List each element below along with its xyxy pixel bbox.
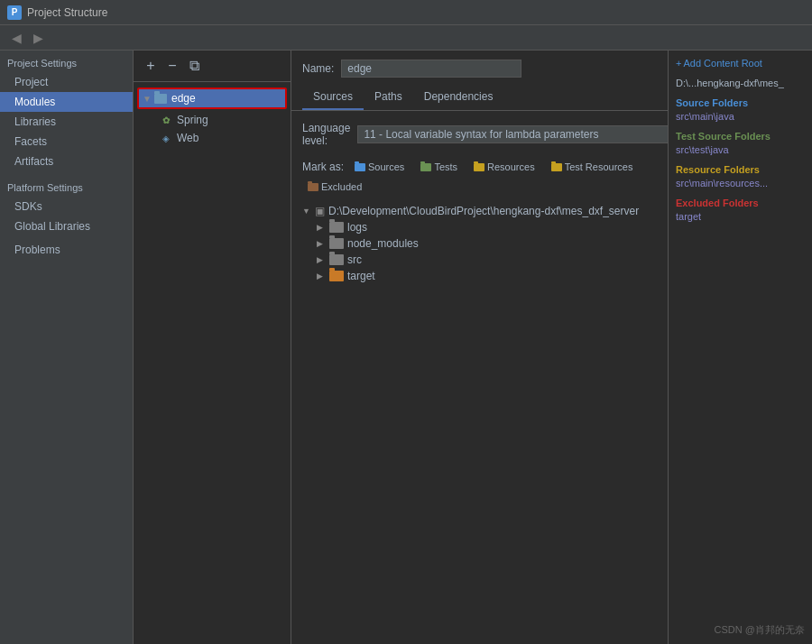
module-name: edge <box>171 92 196 105</box>
language-level-select-wrapper: 11 - Local variable syntax for lambda pa… <box>357 125 668 143</box>
tab-sources[interactable]: Sources <box>302 85 364 110</box>
test-resources-folder-icon <box>551 163 562 171</box>
mark-test-resources-button[interactable]: Test Resources <box>546 160 639 174</box>
chevron-down-icon: ▼ <box>302 207 315 216</box>
module-name-input[interactable] <box>341 60 521 78</box>
resource-folders-section: Resource Folders src\main\resources... <box>676 164 805 189</box>
sidebar-item-global-libraries[interactable]: Global Libraries <box>0 216 133 236</box>
add-content-root-button[interactable]: + Add Content Root <box>676 58 805 69</box>
root-path-label: D:\Development\CloudBirdProject\hengkang… <box>328 205 639 217</box>
module-tree: ▼ edge ✿ Spring ◈ <box>134 82 291 644</box>
logs-folder-icon <box>329 222 344 233</box>
tree-item-edge[interactable]: ▼ edge <box>139 89 285 107</box>
web-label: Web <box>177 132 198 144</box>
logs-label: logs <box>347 221 367 234</box>
tree-item-web[interactable]: ◈ Web <box>134 129 291 147</box>
nav-bar: ◀ ▶ <box>0 25 812 51</box>
mark-as-row: Mark as: Sources Tests Resources Test Re… <box>302 160 657 194</box>
sources-btn-label: Sources <box>368 161 404 172</box>
sidebar-item-problems[interactable]: Problems <box>0 240 133 260</box>
content-root-path: D:\...hengkang-dxf\mes_ <box>676 78 805 88</box>
tabs-row: Sources Paths Dependencies <box>291 85 668 111</box>
tests-btn-label: Tests <box>434 161 457 172</box>
file-row-src[interactable]: ▶ src <box>302 252 657 268</box>
file-row-node-modules[interactable]: ▶ node_modules <box>302 235 657 252</box>
src-folder-icon <box>329 254 344 265</box>
source-folders-path: src\main\java <box>676 111 805 122</box>
name-row: Name: <box>291 51 668 85</box>
chevron-right-icon: ▶ <box>317 255 329 264</box>
sidebar-item-artifacts[interactable]: Artifacts <box>0 152 133 171</box>
resource-folders-title: Resource Folders <box>676 164 805 175</box>
test-source-folders-path: src\test\java <box>676 144 805 155</box>
name-label: Name: <box>302 62 334 75</box>
node-modules-folder-icon <box>329 238 344 249</box>
copy-module-button[interactable]: ⧉ <box>184 56 204 76</box>
root-disk-icon: ▣ <box>315 205 325 217</box>
source-folders-title: Source Folders <box>676 97 805 108</box>
mark-resources-button[interactable]: Resources <box>468 160 540 174</box>
excluded-folder-icon <box>308 183 318 191</box>
chevron-right-icon: ▶ <box>317 239 329 248</box>
sources-folder-icon <box>355 163 365 171</box>
project-settings-label: Project Settings <box>0 51 133 72</box>
file-row-logs[interactable]: ▶ logs <box>302 219 657 235</box>
language-level-select[interactable]: 11 - Local variable syntax for lambda pa… <box>357 125 668 143</box>
platform-settings-label: Platform Settings <box>0 175 133 197</box>
sidebar-item-modules[interactable]: Modules <box>0 92 133 112</box>
back-button[interactable]: ◀ <box>7 29 25 47</box>
forward-button[interactable]: ▶ <box>29 29 47 47</box>
sources-content: Language level: 11 - Local variable synt… <box>291 111 668 644</box>
root-path-row[interactable]: ▼ ▣ D:\Development\CloudBirdProject\heng… <box>302 203 657 219</box>
file-row-target[interactable]: ▶ target <box>302 268 657 284</box>
watermark: CSDN @肖邦的无奈 <box>715 623 805 637</box>
mark-sources-button[interactable]: Sources <box>349 160 410 174</box>
tab-dependencies[interactable]: Dependencies <box>413 85 504 110</box>
language-level-row: Language level: 11 - Local variable synt… <box>302 122 657 147</box>
web-icon: ◈ <box>159 131 173 145</box>
chevron-right-icon: ▶ <box>317 223 329 232</box>
right-panel: + Add Content Root D:\...hengkang-dxf\me… <box>668 51 812 644</box>
resources-btn-label: Resources <box>487 161 535 172</box>
resources-folder-icon <box>474 163 484 171</box>
tests-folder-icon <box>420 163 431 171</box>
excluded-btn-label: Excluded <box>321 181 362 192</box>
mark-as-label: Mark as: <box>302 161 344 173</box>
sidebar-item-libraries[interactable]: Libraries <box>0 112 133 132</box>
tree-item-spring[interactable]: ✿ Spring <box>134 111 291 129</box>
file-tree: ▼ ▣ D:\Development\CloudBirdProject\heng… <box>302 203 657 284</box>
language-level-label: Language level: <box>302 122 350 147</box>
resource-folders-path: src\main\resources... <box>676 178 805 189</box>
main-layout: Project Settings Project Modules Librari… <box>0 51 812 644</box>
module-panel: + − ⧉ ▼ edge ✿ <box>134 51 291 644</box>
app-icon: P <box>7 5 22 20</box>
module-toolbar: + − ⧉ <box>134 51 291 82</box>
mark-excluded-button[interactable]: Excluded <box>302 179 367 194</box>
test-source-folders-title: Test Source Folders <box>676 131 805 142</box>
spring-label: Spring <box>177 114 208 126</box>
src-label: src <box>347 253 362 266</box>
remove-module-button[interactable]: − <box>162 56 182 76</box>
excluded-folders-title: Excluded Folders <box>676 198 805 208</box>
sidebar-item-project[interactable]: Project <box>0 72 133 92</box>
sidebar: Project Settings Project Modules Librari… <box>0 51 134 644</box>
excluded-folders-path: target <box>676 211 805 222</box>
add-module-button[interactable]: + <box>141 56 161 76</box>
test-resources-btn-label: Test Resources <box>565 161 633 172</box>
title-bar: P Project Structure <box>0 0 812 25</box>
mark-tests-button[interactable]: Tests <box>415 160 463 174</box>
excluded-folders-section: Excluded Folders target <box>676 198 805 222</box>
plus-icon: + <box>676 58 681 69</box>
target-folder-icon <box>329 271 344 281</box>
folder-icon <box>153 91 168 106</box>
sidebar-item-sdks[interactable]: SDKs <box>0 197 133 216</box>
tab-paths[interactable]: Paths <box>364 85 413 110</box>
test-source-folders-section: Test Source Folders src\test\java <box>676 131 805 155</box>
content-panel: Name: Sources Paths Dependencies Languag… <box>291 51 668 644</box>
node-modules-label: node_modules <box>347 237 419 250</box>
window-title: Project Structure <box>27 6 107 19</box>
add-content-root-label: Add Content Root <box>683 58 761 69</box>
target-label: target <box>347 270 375 282</box>
sidebar-item-facets[interactable]: Facets <box>0 132 133 152</box>
source-folders-section: Source Folders src\main\java <box>676 97 805 122</box>
